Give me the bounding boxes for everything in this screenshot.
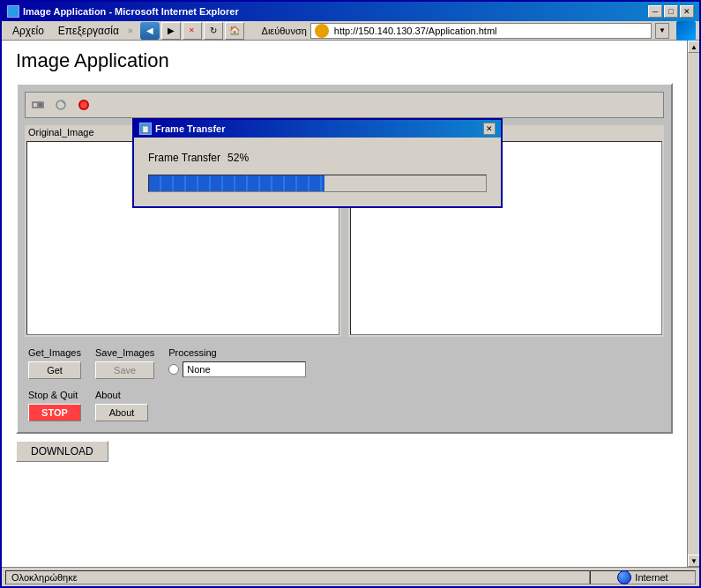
dialog-percentage: 52% [227, 152, 249, 164]
dialog-title-bar: 📋 Frame Transfer ✕ [134, 120, 501, 138]
menu-edit[interactable]: Επεξεργασία [51, 23, 126, 39]
save-images-group: Save_Images Save [95, 347, 154, 379]
svg-point-5 [59, 103, 63, 107]
status-zone: Internet [635, 572, 667, 583]
about-group: About About [95, 390, 148, 421]
download-button[interactable]: DOWNLOAD [16, 441, 108, 462]
address-dropdown[interactable]: ▼ [655, 23, 669, 39]
download-area: DOWNLOAD [16, 434, 673, 465]
status-text: Ολοκληρώθηκε [11, 572, 78, 583]
processing-input[interactable] [183, 361, 306, 377]
svg-point-7 [80, 101, 87, 108]
forward-button[interactable]: ▶ [161, 22, 181, 40]
processing-label: Processing [168, 347, 306, 358]
scroll-down-button[interactable]: ▼ [688, 555, 699, 567]
address-label: Διεύθυνση [262, 26, 307, 36]
dialog-label: Frame Transfer [148, 152, 220, 164]
stop-button[interactable]: STOP [28, 404, 81, 421]
toolbar-btn-1[interactable] [27, 94, 48, 115]
progress-container [148, 175, 487, 192]
refresh-button[interactable]: ↻ [204, 22, 223, 40]
processing-row [168, 361, 306, 377]
menu-expand-arrow[interactable]: » [128, 26, 133, 35]
scrollbar-right[interactable]: ▲ ▼ [687, 41, 699, 567]
frame-transfer-dialog[interactable]: 📋 Frame Transfer ✕ Frame Transfer 52% [132, 118, 503, 208]
status-bar: Ολοκληρώθηκε Internet [2, 567, 699, 586]
content-area: Image Application [2, 41, 687, 567]
title-bar: 🌐 Image Application - Microsoft Internet… [2, 2, 699, 21]
processing-radio[interactable] [168, 364, 179, 375]
get-images-group: Get_Images Get [28, 347, 81, 379]
maximize-button[interactable]: □ [664, 5, 678, 18]
minimize-button[interactable]: ─ [648, 5, 662, 18]
stop-quit-label: Stop & Quit [28, 390, 81, 400]
get-images-label: Get_Images [28, 347, 81, 358]
close-button[interactable]: ✕ [680, 5, 694, 18]
ie-logo [676, 21, 696, 41]
stop-button[interactable]: ✕ [183, 22, 202, 40]
svg-rect-1 [34, 103, 37, 107]
stop-about-area: Stop & Quit STOP About About [25, 386, 664, 425]
toolbar [25, 92, 664, 118]
controls-area: Get_Images Get Save_Images Save Processi… [25, 344, 664, 383]
progress-bar [149, 175, 324, 191]
dialog-content: Frame Transfer 52% [134, 138, 501, 206]
scroll-up-button[interactable]: ▲ [688, 41, 699, 53]
address-bar[interactable]: http://150.140.130.37/Application.html [310, 23, 652, 39]
toolbar-btn-3[interactable] [73, 94, 94, 115]
status-left: Ολοκληρώθηκε [5, 570, 590, 584]
save-images-label: Save_Images [95, 347, 154, 358]
menu-bar: Αρχείο Επεξεργασία » ◀ ▶ ✕ ↻ 🏠 Διεύθυνση… [2, 21, 699, 41]
back-button[interactable]: ◀ [140, 22, 160, 40]
toolbar-icon-2 [54, 98, 68, 112]
window-controls: ─ □ ✕ [648, 5, 694, 18]
toolbar-icon-1 [31, 98, 45, 112]
address-url: http://150.140.130.37/Application.html [334, 26, 497, 36]
dialog-icon: 📋 [139, 123, 152, 135]
record-icon [77, 98, 91, 112]
window-icon: 🌐 [7, 5, 19, 18]
address-icon [315, 24, 329, 38]
stop-quit-group: Stop & Quit STOP [28, 390, 81, 421]
toolbar-btn-2[interactable] [50, 94, 71, 115]
processing-group: Processing [168, 347, 306, 379]
menu-file[interactable]: Αρχείο [5, 23, 51, 39]
about-button[interactable]: About [95, 404, 148, 421]
about-label: About [95, 390, 148, 400]
page-title: Image Application [16, 49, 673, 72]
window-title: Image Application - Microsoft Internet E… [23, 6, 239, 17]
internet-zone-icon [617, 570, 631, 584]
save-button[interactable]: Save [95, 361, 154, 379]
get-button[interactable]: Get [28, 361, 81, 379]
dialog-status-row: Frame Transfer 52% [148, 152, 487, 164]
dialog-close-button[interactable]: ✕ [483, 123, 496, 135]
status-right: Internet [590, 570, 696, 584]
dialog-title: Frame Transfer [155, 123, 225, 134]
home-button[interactable]: 🏠 [225, 22, 244, 40]
